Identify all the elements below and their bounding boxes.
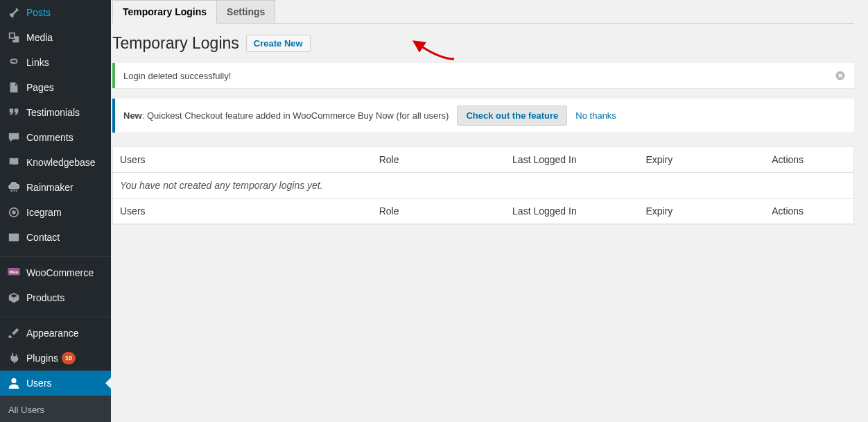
sidebar-separator	[0, 253, 111, 257]
svg-point-1	[12, 210, 15, 214]
box-icon	[7, 291, 21, 305]
svg-point-4	[11, 378, 16, 383]
col-last-logged: Last Logged In	[505, 199, 639, 224]
sidebar-item-posts[interactable]: Posts	[0, 0, 111, 25]
col-actions: Actions	[765, 199, 853, 224]
sidebar-item-media[interactable]: Media	[0, 25, 111, 50]
col-expiry: Expiry	[639, 199, 765, 224]
sidebar-label: Rainmaker	[26, 182, 73, 193]
woocommerce-icon: Woo	[7, 266, 21, 280]
book-icon	[7, 155, 21, 169]
tabs: Temporary Logins Settings	[112, 0, 854, 24]
admin-sidebar: Posts Media Links Pages Testimonials Com…	[0, 0, 111, 422]
sidebar-item-testimonials[interactable]: Testimonials	[0, 100, 111, 125]
link-icon	[7, 56, 21, 69]
page-icon	[7, 81, 21, 94]
sidebar-item-rainmaker[interactable]: Rainmaker	[0, 175, 111, 200]
sidebar-item-users[interactable]: Users	[0, 371, 111, 396]
plugins-update-badge: 10	[62, 352, 76, 364]
create-new-button[interactable]: Create New	[246, 35, 311, 52]
plug-icon	[7, 351, 21, 365]
sidebar-item-woocommerce[interactable]: Woo WooCommerce	[0, 260, 111, 285]
sidebar-label: Products	[26, 292, 64, 303]
brush-icon	[7, 326, 21, 340]
success-notice: Login deleted successfully!	[112, 63, 854, 88]
col-role: Role	[372, 199, 505, 224]
icegram-icon	[7, 205, 21, 219]
sidebar-label: Appearance	[26, 328, 79, 339]
sidebar-label: Posts	[26, 7, 51, 18]
quote-icon	[7, 106, 21, 119]
sidebar-label: Icegram	[26, 207, 62, 218]
promo-notice: New: Quickest Checkout feature added in …	[112, 99, 854, 133]
col-users: Users	[113, 199, 372, 224]
cloud-icon	[7, 180, 21, 194]
promo-text: New: Quickest Checkout feature added in …	[123, 110, 449, 121]
table-header-row: Users Role Last Logged In Expiry Actions	[113, 147, 854, 173]
pin-icon	[7, 6, 21, 19]
sidebar-label: Users	[26, 378, 52, 389]
table-empty-text: You have not created any temporary login…	[113, 173, 854, 199]
user-icon	[7, 376, 21, 390]
sidebar-item-links[interactable]: Links	[0, 50, 111, 75]
sidebar-separator	[0, 314, 111, 317]
submenu-all-users[interactable]: All Users	[0, 400, 111, 419]
media-icon	[7, 31, 21, 44]
table-footer-row: Users Role Last Logged In Expiry Actions	[113, 199, 854, 224]
sidebar-item-plugins[interactable]: Plugins 10	[0, 346, 111, 371]
tab-settings[interactable]: Settings	[217, 0, 275, 23]
no-thanks-link[interactable]: No thanks	[575, 110, 616, 121]
sidebar-label: Media	[26, 32, 53, 43]
svg-text:Woo: Woo	[9, 269, 18, 274]
sidebar-item-appearance[interactable]: Appearance	[0, 321, 111, 346]
sidebar-label: Links	[26, 57, 49, 68]
sidebar-item-icegram[interactable]: Icegram	[0, 200, 111, 225]
dismiss-icon[interactable]	[835, 70, 846, 81]
check-feature-button[interactable]: Check out the feature	[457, 106, 567, 126]
submenu-add-new[interactable]: Add New	[0, 419, 111, 422]
notice-text: Login deleted successfully!	[123, 71, 231, 81]
sidebar-label: Contact	[26, 232, 60, 243]
col-expiry: Expiry	[639, 147, 765, 173]
sidebar-label: Pages	[26, 82, 54, 93]
col-users: Users	[113, 147, 372, 173]
mail-icon	[7, 230, 21, 244]
sidebar-item-contact[interactable]: Contact	[0, 225, 111, 250]
comment-icon	[7, 130, 21, 144]
sidebar-item-knowledgebase[interactable]: Knowledgebase	[0, 150, 111, 175]
sidebar-item-pages[interactable]: Pages	[0, 75, 111, 100]
sidebar-label: Comments	[26, 132, 73, 143]
users-submenu: All Users Add New Your Profile Temporary…	[0, 396, 111, 422]
sidebar-item-comments[interactable]: Comments	[0, 125, 111, 150]
sidebar-label: Knowledgebase	[26, 157, 96, 168]
sidebar-label: WooCommerce	[26, 267, 94, 278]
heading-row: Temporary Logins Create New	[112, 34, 854, 53]
sidebar-label: Plugins	[26, 353, 58, 364]
table-empty-row: You have not created any temporary login…	[113, 173, 854, 199]
main-content: Temporary Logins Settings Temporary Logi…	[111, 0, 868, 422]
col-last-logged: Last Logged In	[505, 147, 639, 173]
temporary-logins-table: Users Role Last Logged In Expiry Actions…	[112, 146, 854, 224]
tab-temporary-logins[interactable]: Temporary Logins	[112, 0, 217, 24]
col-role: Role	[372, 147, 505, 173]
page-title: Temporary Logins	[112, 34, 239, 53]
sidebar-label: Testimonials	[26, 107, 80, 118]
col-actions: Actions	[765, 147, 853, 173]
sidebar-item-products[interactable]: Products	[0, 285, 111, 310]
